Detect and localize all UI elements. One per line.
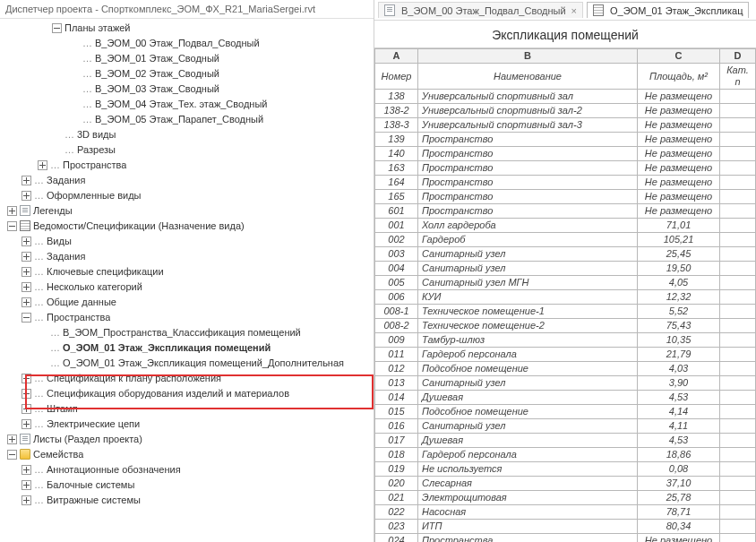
tree-item[interactable]: …Несколько категорий [0,280,374,295]
tree-item[interactable]: …В_ЭОМ_00 Этаж_Подвал_Сводный [0,36,374,51]
cell[interactable]: Пространство [418,190,638,204]
cell[interactable] [720,520,756,534]
cell[interactable]: Не размещено [638,534,720,543]
cell[interactable] [720,376,756,391]
cell[interactable]: 022 [375,505,418,520]
cell[interactable] [720,333,756,348]
cell[interactable]: 601 [375,204,418,219]
tree-item[interactable]: …В_ЭОМ_01 Этаж_Сводный [0,51,374,66]
cell[interactable]: Санитарный узел [418,419,638,434]
table-row[interactable]: 008-1Техническое помещение-15,52 [375,305,756,319]
cell[interactable]: Гардероб [418,233,638,247]
tree-item[interactable]: …Электрические цепи [0,417,374,432]
table-row[interactable]: 140ПространствоНе размещено [375,147,756,161]
cell[interactable]: Электрощитовая [418,491,638,505]
cell[interactable]: Пространство [418,176,638,190]
cell[interactable] [720,305,756,319]
expander-icon[interactable] [21,374,31,383]
cell[interactable]: Пространства [418,534,638,543]
tree-item[interactable]: …В_ЭОМ_05 Этаж_Парапет_Сводный [0,112,374,127]
cell[interactable] [720,477,756,491]
cell[interactable] [720,391,756,405]
expander-icon[interactable] [21,419,31,429]
cell[interactable] [720,219,756,233]
cell[interactable]: Санитарный узел [418,262,638,276]
table-row[interactable]: 005Санитарный узел МГН4,05 [375,276,756,290]
tree-item[interactable]: Листы (Раздел проекта) [0,432,374,447]
tree-item[interactable]: …Спецификация оборудования изделий и мат… [0,386,374,401]
cell[interactable]: 75,43 [638,319,720,333]
tree-item[interactable]: …Пространства [0,310,374,325]
tree-item[interactable]: …Задания [0,249,374,264]
cell[interactable]: Санитарный узел [418,376,638,391]
cell[interactable] [720,419,756,434]
cell[interactable]: 25,78 [638,491,720,505]
cell[interactable]: 138-2 [375,104,418,118]
table-row[interactable]: 012Подсобное помещение4,03 [375,362,756,376]
cell[interactable]: 138 [375,90,418,104]
cell[interactable]: 019 [375,462,418,477]
cell[interactable]: 4,11 [638,419,720,434]
cell[interactable] [720,247,756,262]
cell[interactable]: 005 [375,276,418,290]
table-row[interactable]: 006КУИ12,32 [375,290,756,305]
cell[interactable]: 016 [375,419,418,434]
tree-item[interactable]: …Штамп [0,401,374,417]
cell[interactable]: 023 [375,520,418,534]
cell[interactable]: Не размещено [638,104,720,118]
tree-item[interactable]: …В_ЭОМ_04 Этаж_Тех. этаж_Сводный [0,97,374,112]
table-row[interactable]: 009Тамбур-шлюз10,35 [375,333,756,348]
expander-icon[interactable] [21,313,31,323]
tree-item[interactable]: …Аннотационные обозначения [0,462,374,477]
table-row[interactable]: 163ПространствоНе размещено [375,161,756,176]
cell[interactable]: 020 [375,477,418,491]
cell[interactable]: Санитарный узел [418,247,638,262]
cell[interactable] [720,262,756,276]
cell[interactable] [720,319,756,333]
cell[interactable] [720,90,756,104]
cell[interactable]: 015 [375,405,418,419]
cell[interactable]: 011 [375,348,418,362]
cell[interactable]: 4,03 [638,362,720,376]
cell[interactable]: 024 [375,534,418,543]
table-row[interactable]: 165ПространствоНе размещено [375,190,756,204]
expander-icon[interactable] [21,480,31,490]
cell[interactable]: Подсобное помещение [418,362,638,376]
cell[interactable]: Душевая [418,434,638,448]
cell[interactable]: 013 [375,376,418,391]
cell[interactable]: Универсальный спортивный зал [418,90,638,104]
tab-inactive[interactable]: В_ЭОМ_00 Этаж_Подвал_Сводный × [378,2,583,18]
table-row[interactable]: 138-3Универсальный спортивный зал-3Не ра… [375,118,756,133]
table-row[interactable]: 138-2Универсальный спортивный зал-2Не ра… [375,104,756,118]
cell[interactable]: Не размещено [638,176,720,190]
tree-item[interactable]: Планы этажей [0,21,374,36]
expander-icon[interactable] [7,221,17,231]
tree-item[interactable]: …Задания [0,173,374,188]
tree-item[interactable]: …Разрезы [0,142,374,158]
cell[interactable] [720,290,756,305]
table-row[interactable]: 014Душевая4,53 [375,391,756,405]
cell[interactable]: Техническое помещение-1 [418,305,638,319]
cell[interactable]: 71,01 [638,219,720,233]
cell[interactable]: 017 [375,434,418,448]
table-row[interactable]: 001Холл гардероба71,01 [375,219,756,233]
cell[interactable]: 002 [375,233,418,247]
cell[interactable]: Холл гардероба [418,219,638,233]
tree-item[interactable]: …В_ЭОМ_03 Этаж_Сводный [0,82,374,97]
cell[interactable]: 001 [375,219,418,233]
cell[interactable]: 165 [375,190,418,204]
cell[interactable]: Не размещено [638,204,720,219]
cell[interactable]: 014 [375,391,418,405]
cell[interactable]: 021 [375,491,418,505]
cell[interactable] [720,190,756,204]
cell[interactable] [720,104,756,118]
cell[interactable]: 004 [375,262,418,276]
cell[interactable]: Не размещено [638,190,720,204]
col-header[interactable]: Площадь, м² [638,64,720,90]
cell[interactable]: 37,10 [638,477,720,491]
expander-icon[interactable] [21,495,31,505]
expander-icon[interactable] [21,252,31,262]
table-row[interactable]: 016Санитарный узел4,11 [375,419,756,434]
table-row[interactable]: 138Универсальный спортивный залНе размещ… [375,90,756,104]
cell[interactable]: 12,32 [638,290,720,305]
